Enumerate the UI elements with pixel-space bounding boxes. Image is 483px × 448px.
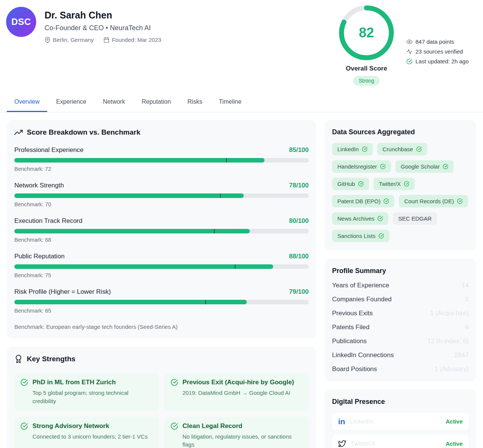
award-icon (14, 355, 23, 363)
source-chip: Crunchbase (377, 143, 427, 155)
strength-item: Strong Advisory NetworkConnected to 3 un… (14, 417, 159, 448)
digital-presence-list: inLinkedInActiveTwitter/XActiveGitHubMod… (332, 413, 469, 448)
main-content: Score Breakdown vs. Benchmark Profession… (0, 112, 483, 448)
verification-stats: 847 data points23 sources verifiedLast u… (406, 38, 469, 86)
metric-row: Risk Profile (Higher = Lower Risk)79/100… (14, 288, 309, 314)
source-chip-label: Handelsregister (337, 163, 377, 170)
right-column: Data Sources Aggregated LinkedInCrunchba… (325, 120, 476, 448)
verified-check-icon (457, 198, 463, 204)
summary-value: 12 (h-index: 8) (427, 338, 469, 345)
location-text: Berlin, Germany (53, 37, 94, 43)
check-circle-icon (20, 422, 28, 430)
summary-value: 2847 (454, 351, 469, 359)
benchmark-tick (220, 193, 221, 198)
source-chip: Sanctions Lists (332, 230, 389, 242)
summary-row: Years of Experience14 (332, 282, 469, 289)
metric-label: Network Strength (14, 182, 64, 189)
benchmark-tick (214, 229, 215, 233)
verified-check-icon (362, 146, 368, 152)
presence-platform-name: Twitter/X (351, 440, 441, 448)
profile-header: DSC Dr. Sarah Chen Co-Founder & CEO • Ne… (0, 0, 483, 86)
metric-bar (14, 158, 309, 163)
metric-bar (14, 193, 309, 198)
metric-label: Public Reputation (14, 253, 65, 260)
benchmark-tick (226, 158, 227, 163)
source-chip-label: Google Scholar (401, 163, 440, 170)
benchmark-label: Benchmark: 72 (14, 166, 309, 172)
digital-presence-card: Digital Presence inLinkedInActiveTwitter… (325, 390, 476, 448)
status-badge: Strong (353, 76, 379, 86)
overall-score-label: Overall Score (336, 65, 397, 72)
tab-timeline[interactable]: Timeline (211, 94, 249, 112)
metric-row: Network Strength78/100Benchmark: 70 (14, 182, 309, 207)
source-chip: News Archives (332, 212, 388, 225)
source-chip-label: Court Records (DE) (404, 198, 454, 204)
presence-row-twitterx[interactable]: Twitter/XActive (332, 435, 469, 448)
summary-row: Publications12 (h-index: 8) (332, 338, 469, 345)
tab-experience[interactable]: Experience (49, 94, 94, 112)
summary-row: Board Positions1 (Advisory) (332, 365, 469, 373)
source-chip: SEC EDGAR (393, 212, 437, 225)
source-chip: GitHub (332, 178, 369, 190)
metric-label: Risk Profile (Higher = Lower Risk) (14, 288, 111, 296)
metric-bar-fill (14, 158, 265, 163)
summary-label: Board Positions (332, 365, 377, 373)
score-breakdown-card: Score Breakdown vs. Benchmark Profession… (7, 120, 316, 338)
tab-network[interactable]: Network (95, 94, 133, 112)
summary-value: 1 (Acqui-hire) (430, 310, 469, 317)
strength-item: PhD in ML from ETH ZurichTop 5 global pr… (14, 373, 159, 411)
metric-label: Professional Experience (14, 146, 83, 154)
tab-risks[interactable]: Risks (180, 94, 210, 112)
verified-check-icon (377, 216, 383, 221)
key-strengths-header: Key Strengths (14, 355, 309, 363)
summary-label: LinkedIn Connections (332, 351, 394, 359)
summary-value: 14 (461, 282, 469, 289)
benchmark-label: Benchmark: 68 (14, 237, 309, 243)
source-chip-label: Crunchbase (383, 146, 413, 152)
overall-score-value: 82 (338, 5, 395, 61)
benchmark-tick (205, 300, 206, 304)
eye-icon (406, 39, 412, 45)
benchmark-label: Benchmark: 75 (14, 272, 309, 278)
strength-item: Previous Exit (Acqui-hire by Google)2019… (165, 373, 309, 411)
summary-label: Publications (332, 338, 367, 345)
source-chip: Twitter/X (374, 178, 415, 190)
tab-overview[interactable]: Overview (7, 94, 47, 112)
score-breakdown-title: Score Breakdown vs. Benchmark (27, 128, 140, 137)
tab-bar: OverviewExperienceNetworkReputationRisks… (0, 94, 483, 112)
verified-check-icon (383, 198, 389, 204)
metric-value: 79/100 (289, 288, 309, 296)
verified-check-icon (358, 181, 364, 187)
strength-description: No litigation, regulatory issues, or san… (183, 433, 303, 448)
metric-bar (14, 229, 309, 233)
summary-label: Patents Filed (332, 324, 369, 331)
summary-value: 4 (465, 324, 469, 331)
presence-status: Active (446, 440, 463, 447)
key-strengths-title: Key Strengths (27, 355, 75, 363)
check-circle-icon (20, 379, 28, 386)
source-chip: Handelsregister (332, 160, 391, 173)
summary-value: 1 (Advisory) (434, 365, 469, 373)
strength-description: Connected to 3 unicorn founders; 2 tier-… (32, 433, 153, 441)
profile-info: Dr. Sarah Chen Co-Founder & CEO • NeuraT… (45, 7, 336, 86)
strength-item: Clean Legal RecordNo litigation, regulat… (165, 417, 309, 448)
profile-role: Co-Founder & CEO • NeuraTech AI (45, 24, 336, 32)
metric-row: Professional Experience85/100Benchmark: … (14, 146, 309, 172)
linkedin-icon: in (338, 417, 345, 425)
avatar: DSC (6, 7, 36, 37)
source-chip-label: LinkedIn (337, 146, 359, 152)
profile-summary-card: Profile Summary Years of Experience14Com… (325, 259, 476, 381)
stat-item: 847 data points (406, 38, 469, 45)
metric-row: Public Reputation88/100Benchmark: 75 (14, 253, 309, 278)
presence-status: Active (446, 418, 463, 425)
profile-meta: Berlin, Germany Founded: Mar 2023 (45, 37, 336, 43)
summary-row: Patents Filed4 (332, 324, 469, 331)
metrics-list: Professional Experience85/100Benchmark: … (14, 146, 309, 314)
presence-row-linkedin[interactable]: inLinkedInActive (332, 413, 469, 430)
stat-label: Last updated: 2h ago (415, 58, 469, 64)
tab-reputation[interactable]: Reputation (134, 94, 178, 112)
benchmark-label: Benchmark: 65 (14, 308, 309, 314)
summary-row: LinkedIn Connections2847 (332, 351, 469, 359)
summary-label: Previous Exits (332, 310, 373, 317)
strength-title: Clean Legal Record (183, 422, 243, 430)
